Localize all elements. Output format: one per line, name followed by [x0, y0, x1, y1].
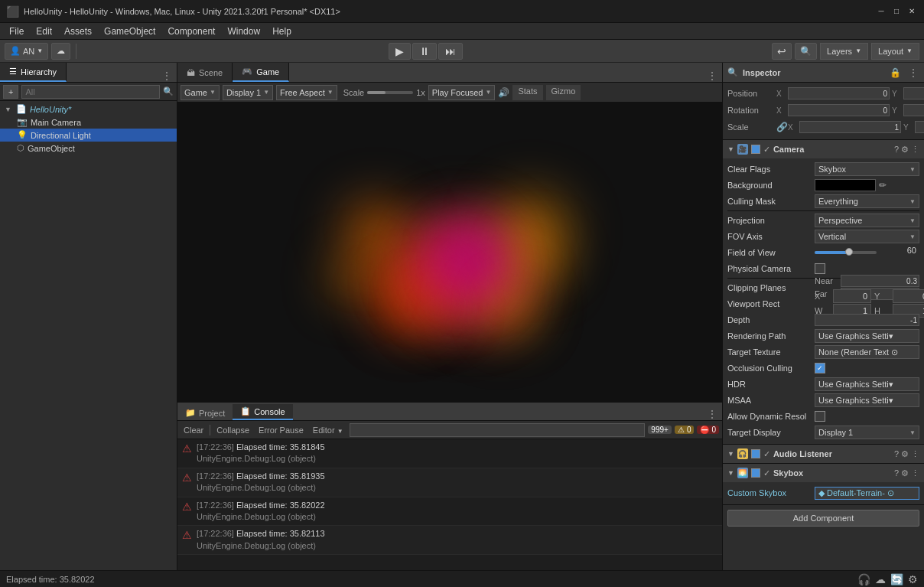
background-color-swatch[interactable] — [815, 179, 876, 191]
camera-help-button[interactable]: ? — [894, 145, 899, 155]
add-component-button[interactable]: Add Component — [727, 510, 919, 527]
console-entry[interactable]: ⚠ [17:22:36] Elapsed time: 35.82113 Unit… — [177, 526, 722, 555]
skybox-enabled-checkbox[interactable] — [751, 468, 760, 478]
console-tab-btn[interactable]: 📋 Console — [233, 404, 292, 420]
fov-axis-dropdown[interactable]: Vertical ▼ — [815, 230, 919, 243]
stats-button[interactable]: Stats — [512, 85, 542, 100]
game-tab[interactable]: 🎮 Game — [233, 63, 289, 82]
project-tab[interactable]: 📁 Project — [177, 406, 233, 420]
target-display-dropdown[interactable]: Display 1 ▼ — [815, 426, 919, 439]
inspector-options-button[interactable]: ⋮ — [907, 67, 919, 79]
fov-slider-thumb[interactable] — [845, 248, 853, 256]
mute-button[interactable]: 🔊 — [498, 87, 509, 98]
collapse-button[interactable]: Collapse — [213, 424, 252, 436]
camera-settings-button[interactable]: ⚙ — [901, 145, 909, 155]
skybox-material-field[interactable]: ◆ Default-Terrain- ⊙ — [815, 487, 919, 500]
scene-tab[interactable]: 🏔 Scene — [177, 63, 233, 82]
physical-camera-checkbox[interactable] — [815, 263, 825, 274]
skybox-help-button[interactable]: ? — [894, 468, 899, 478]
editor-button[interactable]: Editor ▼ — [310, 424, 346, 436]
clear-flags-dropdown[interactable]: Skybox ▼ — [815, 162, 919, 176]
console-entry[interactable]: ⚠ [17:22:36] Elapsed time: 35.82022 Unit… — [177, 497, 722, 527]
audio-enabled-checkbox[interactable] — [751, 449, 760, 458]
menu-component[interactable]: Component — [161, 24, 221, 38]
audio-listener-header[interactable]: ▼ 🎧 ✓ Audio Listener ? ⚙ ⋮ — [723, 445, 924, 463]
fov-slider[interactable] — [815, 251, 877, 254]
step-button[interactable]: ⏭ — [438, 43, 463, 60]
camera-more-button[interactable]: ⋮ — [911, 145, 919, 155]
search-button[interactable]: 🔍 — [795, 43, 817, 60]
add-object-button[interactable]: + — [3, 85, 18, 99]
status-icon-3[interactable]: 🔄 — [890, 573, 903, 585]
target-texture-field[interactable]: None (Render Text ⊙ — [815, 345, 919, 359]
fov-value[interactable]: 60 — [881, 246, 919, 259]
audio-settings-button[interactable]: ⚙ — [901, 449, 909, 459]
hierarchy-filter-icon[interactable]: 🔍 — [163, 86, 174, 96]
projection-dropdown[interactable]: Perspective ▼ — [815, 214, 919, 227]
display-dropdown[interactable]: Display 1 ▼ — [223, 85, 273, 100]
depth-input[interactable] — [815, 314, 919, 326]
occlusion-culling-checkbox[interactable]: ✓ — [815, 363, 825, 373]
cloud-button[interactable]: ☁ — [51, 43, 70, 60]
menu-gameobject[interactable]: GameObject — [98, 24, 161, 38]
skybox-more-button[interactable]: ⋮ — [911, 468, 919, 478]
menu-assets[interactable]: Assets — [58, 24, 98, 38]
aspect-dropdown[interactable]: Free Aspect ▼ — [276, 85, 337, 100]
rotation-x-input[interactable] — [788, 104, 890, 116]
editor-tab-options[interactable]: ⋮ — [702, 70, 722, 82]
console-entry[interactable]: ⚠ [17:22:36] Elapsed time: 35.81935 Unit… — [177, 468, 722, 497]
play-focused-dropdown[interactable]: Play Focused ▼ — [428, 85, 496, 100]
hdr-dropdown[interactable]: Use Graphics Setti▾ — [815, 377, 919, 391]
account-button[interactable]: 👤 AN ▼ — [5, 43, 48, 60]
console-search-input[interactable] — [350, 423, 646, 437]
status-icon-2[interactable]: ☁ — [875, 573, 886, 585]
vp-y-input[interactable] — [893, 289, 924, 303]
culling-mask-dropdown[interactable]: Everything ▼ — [815, 194, 919, 208]
game-display-dropdown[interactable]: Game ▼ — [181, 85, 220, 100]
maximize-button[interactable]: □ — [890, 5, 903, 18]
vp-x-input[interactable] — [833, 289, 871, 303]
list-item[interactable]: 📷 Main Camera — [0, 116, 177, 129]
rotation-y-input[interactable] — [903, 104, 924, 116]
hierarchy-options[interactable]: ⋮ — [157, 70, 177, 82]
background-pick-button[interactable]: ✏ — [879, 180, 887, 191]
allow-dynamic-checkbox[interactable] — [815, 411, 825, 422]
skybox-component-header[interactable]: ▼ 🌅 ✓ Skybox ? ⚙ ⋮ — [723, 464, 924, 482]
gizmos-button[interactable]: Gizmo — [546, 85, 581, 100]
console-entry[interactable]: ⚠ [17:22:36] Elapsed time: 35.81845 Unit… — [177, 439, 722, 468]
camera-component-header[interactable]: ▼ 🎥 ✓ Camera ? ⚙ ⋮ — [723, 140, 924, 158]
minimize-button[interactable]: ─ — [875, 5, 887, 18]
position-y-input[interactable] — [903, 87, 924, 99]
hierarchy-tab[interactable]: ☰ Hierarchy — [0, 63, 67, 82]
audio-more-button[interactable]: ⋮ — [911, 449, 919, 459]
scale-slider[interactable] — [367, 91, 413, 94]
position-x-input[interactable] — [788, 87, 890, 99]
undo-button[interactable]: ↩ — [772, 43, 792, 60]
scale-y-input[interactable] — [915, 121, 924, 133]
menu-window[interactable]: Window — [221, 24, 266, 38]
list-item[interactable]: ⬡ GameObject — [0, 142, 177, 155]
error-pause-button[interactable]: Error Pause — [255, 424, 307, 436]
skybox-settings-button[interactable]: ⚙ — [901, 468, 909, 478]
msaa-dropdown[interactable]: Use Graphics Setti▾ — [815, 393, 919, 407]
menu-file[interactable]: File — [3, 24, 30, 38]
rendering-path-dropdown[interactable]: Use Graphics Setti▾ — [815, 329, 919, 343]
menu-edit[interactable]: Edit — [30, 24, 58, 38]
list-item[interactable]: ▼ 📄 HelloUnity* — [0, 103, 177, 116]
layout-dropdown[interactable]: Layout ▼ — [871, 43, 919, 60]
menu-help[interactable]: Help — [266, 24, 298, 38]
pause-button[interactable]: ⏸ — [412, 43, 437, 60]
near-input[interactable] — [841, 275, 919, 287]
camera-enabled-checkbox[interactable] — [751, 145, 760, 154]
scale-x-input[interactable] — [799, 121, 901, 133]
list-item[interactable]: 💡 Directional Light — [0, 129, 177, 142]
play-button[interactable]: ▶ — [389, 43, 411, 60]
inspector-lock-button[interactable]: 🔒 — [888, 67, 903, 79]
layers-dropdown[interactable]: Layers ▼ — [820, 43, 868, 60]
console-tab-options[interactable]: ⋮ — [702, 408, 722, 420]
status-icon-4[interactable]: ⚙ — [908, 573, 918, 585]
status-icon-1[interactable]: 🎧 — [857, 573, 870, 585]
close-button[interactable]: ✕ — [906, 5, 918, 18]
audio-help-button[interactable]: ? — [894, 449, 899, 459]
clear-button[interactable]: Clear — [181, 424, 207, 436]
